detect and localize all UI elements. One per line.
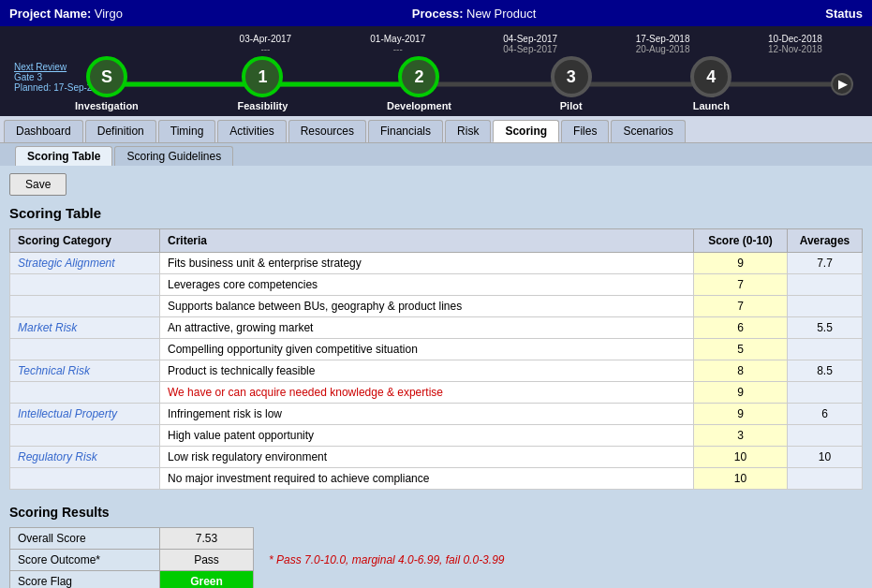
score-cell[interactable]: 8 [694,360,788,382]
criteria-cell: High value patent opportunity [160,425,694,447]
avg-cell: 6 [788,404,863,425]
criteria-cell: Fits business unit & enterprise strategy [160,253,694,274]
table-row: High value patent opportunity3 [10,425,863,447]
tab-definition[interactable]: Definition [85,120,156,142]
category-cell [10,296,160,317]
project-info: Project Name: Virgo [9,7,123,21]
scoring-table-title: Scoring Table [9,205,863,221]
category-cell [10,468,160,490]
tab-timing[interactable]: Timing [158,120,216,142]
scoring-table: Scoring Category Criteria Score (0-10) A… [9,228,863,490]
avg-cell [788,296,863,317]
tab-resources[interactable]: Resources [288,120,366,142]
results-row: Score FlagGreen [10,571,254,589]
criteria-cell: Infringement risk is low [160,404,694,425]
gate-label-3: Pilot [560,100,583,111]
gate-1: 1 Feasibility [238,56,288,111]
gate-label-4: Launch [693,100,730,111]
process-label: Process: [412,7,464,21]
tab-dashboard[interactable]: Dashboard [4,120,83,142]
project-label: Project Name: [9,7,91,21]
table-row: Supports balance between BUs, geography … [10,296,863,317]
score-cell[interactable]: 6 [694,317,788,339]
subtabs-row: Scoring Table Scoring Guidelines [0,143,872,166]
result-value: Pass [160,550,254,571]
score-cell[interactable]: 9 [694,382,788,404]
top-header: Project Name: Virgo Process: New Product… [0,0,872,26]
project-name: Virgo [95,7,123,21]
table-row: Leverages core competencies7 [10,274,863,296]
gate-circle-1: 1 [242,56,283,97]
score-note: * Pass 7.0-10.0, marginal 4.0-6.99, fail… [269,553,504,566]
result-label: Overall Score [10,528,160,550]
tab-files[interactable]: Files [561,120,609,142]
category-cell: Strategic Alignment [10,253,160,274]
table-row: Strategic AlignmentFits business unit & … [10,253,863,274]
result-value: Green [160,571,254,589]
scoring-results-section: Scoring Results Overall Score7.53Score O… [9,505,863,588]
col-header-score: Score (0-10) [694,229,788,253]
avg-cell [788,274,863,296]
tab-scenarios[interactable]: Scenarios [611,120,685,142]
gate-label-s: Investigation [75,100,139,111]
score-cell[interactable]: 10 [694,447,788,468]
save-button[interactable]: Save [9,173,67,196]
score-cell[interactable]: 9 [694,253,788,274]
category-cell [10,339,160,360]
timeline-bar: Next Review Gate 3 Planned: 17-Sep-2018 … [0,26,872,116]
tab-financials[interactable]: Financials [368,120,443,142]
gate-circle-3: 3 [551,56,592,97]
tab-activities[interactable]: Activities [217,120,286,142]
process-info: Process: New Product [412,7,537,21]
avg-cell: 7.7 [788,253,863,274]
category-cell: Regulatory Risk [10,447,160,468]
criteria-cell: We have or can acquire needed knowledge … [160,382,694,404]
table-row: Compelling opportunity given competitive… [10,339,863,360]
table-row: Regulatory RiskLow risk regulatory envir… [10,447,863,468]
score-cell[interactable]: 9 [694,404,788,425]
next-review-link[interactable]: Next Review [14,62,67,72]
results-row: Score Outcome*Pass [10,550,254,571]
avg-cell [788,339,863,360]
gate-label-1: Feasibility [238,100,288,111]
tab-risk[interactable]: Risk [445,120,491,142]
subtab-scoring-table[interactable]: Scoring Table [15,146,112,166]
criteria-cell: No major investment required to achieve … [160,468,694,490]
score-cell[interactable]: 7 [694,274,788,296]
subtab-scoring-guidelines[interactable]: Scoring Guidelines [114,146,233,166]
category-cell: Technical Risk [10,360,160,382]
gate-label: Gate 3 [14,72,42,82]
avg-cell: 5.5 [788,317,863,339]
result-value: 7.53 [160,528,254,550]
table-row: Market RiskAn attractive, growing market… [10,317,863,339]
gate-circle-s: S [86,56,127,97]
gate-circle-4: 4 [690,56,732,97]
col-header-avg: Averages [788,229,863,253]
score-cell[interactable]: 7 [694,296,788,317]
tabs-row: Dashboard Definition Timing Activities R… [0,116,872,143]
gate-3: 3 Pilot [551,56,592,111]
category-cell [10,425,160,447]
table-row: No major investment required to achieve … [10,468,863,490]
criteria-cell: Compelling opportunity given competitive… [160,339,694,360]
category-cell: Intellectual Property [10,404,160,425]
gate-circle-2: 2 [398,56,439,97]
score-cell[interactable]: 5 [694,339,788,360]
avg-cell [788,425,863,447]
gate-s: S Investigation [75,56,139,111]
tab-scoring[interactable]: Scoring [493,120,559,142]
score-cell[interactable]: 3 [694,425,788,447]
main-content: Save Scoring Table Scoring Category Crit… [0,166,872,588]
result-label: Score Flag [10,571,160,589]
results-row: Overall Score7.53 [10,528,254,550]
status-info: Status [825,7,863,21]
table-row: Technical RiskProduct is technically fea… [10,360,863,382]
category-cell: Market Risk [10,317,160,339]
score-cell[interactable]: 10 [694,468,788,490]
category-cell [10,274,160,296]
col-header-criteria: Criteria [160,229,694,253]
criteria-cell: An attractive, growing market [160,317,694,339]
gate-2: 2 Development [387,56,451,111]
criteria-cell: Leverages core competencies [160,274,694,296]
table-row: Intellectual PropertyInfringement risk i… [10,404,863,425]
